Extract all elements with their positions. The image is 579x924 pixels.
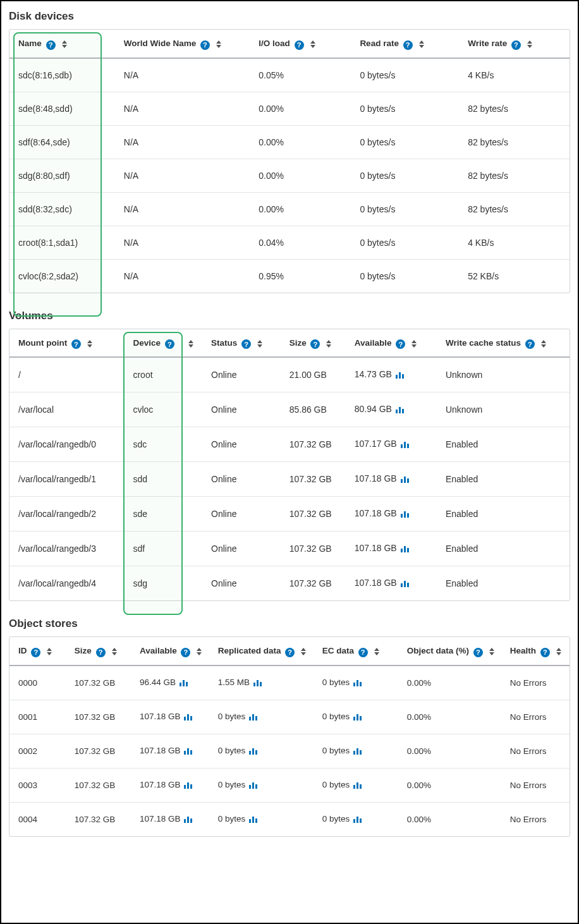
vol-wcache: Enabled	[439, 427, 570, 462]
help-icon[interactable]: ?	[473, 648, 483, 657]
col-wwn[interactable]: World Wide Name ?	[118, 30, 252, 58]
col-device[interactable]: Device ?	[126, 329, 205, 358]
bar-chart-icon[interactable]	[401, 545, 410, 552]
help-icon[interactable]: ?	[71, 339, 81, 349]
bar-chart-icon[interactable]	[396, 406, 405, 413]
bar-chart-icon[interactable]	[353, 713, 363, 720]
bar-chart-icon[interactable]	[249, 815, 259, 823]
col-wwn-label: World Wide Name	[124, 39, 196, 48]
bar-chart-icon[interactable]	[184, 781, 193, 789]
help-icon[interactable]: ?	[46, 40, 56, 50]
col-write[interactable]: Write rate ?	[461, 30, 570, 58]
col-health[interactable]: Health ?	[504, 637, 570, 666]
volumes-title: Volumes	[9, 310, 570, 322]
bar-chart-icon[interactable]	[249, 713, 259, 720]
bar-chart-icon[interactable]	[401, 580, 410, 587]
sort-icon[interactable]	[419, 40, 424, 48]
help-icon[interactable]: ?	[31, 648, 40, 657]
help-icon[interactable]: ?	[310, 339, 320, 349]
sort-icon[interactable]	[326, 340, 331, 348]
bar-chart-icon[interactable]	[353, 679, 363, 686]
bar-chart-icon[interactable]	[401, 475, 410, 483]
obj-obj: 0.00%	[401, 734, 504, 768]
bar-chart-icon[interactable]	[401, 441, 410, 448]
bar-chart-icon[interactable]	[401, 510, 410, 518]
help-icon[interactable]: ?	[295, 40, 304, 50]
vol-device: sdd	[126, 462, 205, 497]
bar-chart-icon[interactable]	[184, 713, 193, 720]
col-mount[interactable]: Mount point ?	[9, 329, 126, 358]
sort-icon[interactable]	[47, 648, 52, 655]
svg-rect-28	[357, 680, 358, 686]
col-repl[interactable]: Replicated data ?	[212, 637, 316, 666]
sort-icon[interactable]	[541, 340, 546, 348]
disk-read: 0 bytes/s	[353, 192, 461, 226]
sort-icon[interactable]	[374, 648, 379, 655]
bar-chart-icon[interactable]	[184, 747, 193, 755]
obj-ec: 0 bytes	[316, 802, 401, 836]
col-status[interactable]: Status ?	[205, 329, 283, 358]
help-icon[interactable]: ?	[200, 40, 210, 50]
col-wcache[interactable]: Write cache status ?	[439, 329, 570, 358]
disk-io: 0.00%	[252, 125, 353, 159]
sort-icon[interactable]	[112, 648, 117, 655]
sort-icon[interactable]	[197, 648, 202, 655]
sort-icon[interactable]	[310, 40, 315, 48]
col-size[interactable]: Size ?	[68, 637, 133, 666]
help-icon[interactable]: ?	[241, 339, 251, 349]
obj-health: No Errors	[504, 768, 570, 802]
vol-status: Online	[205, 392, 283, 427]
vol-mount: /var/local/rangedb/1	[9, 462, 126, 497]
sort-icon[interactable]	[87, 340, 92, 348]
sort-icon[interactable]	[556, 648, 561, 655]
disk-write: 4 KB/s	[461, 226, 570, 259]
col-obj[interactable]: Object data (%) ?	[401, 637, 504, 666]
help-icon[interactable]: ?	[525, 339, 535, 349]
disk-wwn: N/A	[118, 125, 252, 159]
sort-icon[interactable]	[257, 340, 262, 348]
col-size[interactable]: Size ?	[283, 329, 348, 358]
object-stores-panel: ID ? Size ? Available ? Replicated data …	[9, 636, 570, 837]
bar-chart-icon[interactable]	[353, 815, 363, 823]
sort-icon[interactable]	[301, 648, 306, 655]
help-icon[interactable]: ?	[96, 648, 106, 657]
help-icon[interactable]: ?	[540, 648, 550, 657]
col-name[interactable]: Name ?	[9, 30, 118, 58]
svg-rect-29	[360, 682, 362, 686]
col-avail[interactable]: Available ?	[133, 637, 212, 666]
help-icon[interactable]: ?	[181, 648, 190, 657]
bar-chart-icon[interactable]	[353, 747, 363, 755]
col-id[interactable]: ID ?	[9, 637, 68, 666]
help-icon[interactable]: ?	[511, 40, 521, 50]
sort-icon[interactable]	[411, 340, 417, 348]
col-io[interactable]: I/O load ?	[252, 30, 353, 58]
bar-chart-icon[interactable]	[249, 747, 259, 755]
bar-chart-icon[interactable]	[180, 679, 189, 686]
col-avail[interactable]: Available ?	[348, 329, 439, 358]
vol-mount: /var/local	[9, 392, 126, 427]
table-row: 0003107.32 GB107.18 GB0 bytes0 bytes0.00…	[9, 768, 570, 802]
disk-write: 4 KB/s	[461, 58, 570, 92]
help-icon[interactable]: ?	[165, 339, 174, 349]
sort-icon[interactable]	[489, 648, 494, 655]
bar-chart-icon[interactable]	[396, 371, 405, 379]
vol-status: Online	[205, 462, 283, 497]
help-icon[interactable]: ?	[358, 648, 368, 657]
sort-icon[interactable]	[216, 40, 221, 48]
vol-wcache: Enabled	[439, 462, 570, 497]
vol-wcache: Enabled	[439, 566, 570, 601]
sort-icon[interactable]	[188, 340, 193, 348]
bar-chart-icon[interactable]	[249, 781, 259, 789]
svg-rect-6	[401, 444, 403, 448]
bar-chart-icon[interactable]	[253, 679, 263, 686]
help-icon[interactable]: ?	[396, 339, 405, 349]
help-icon[interactable]: ?	[403, 40, 413, 50]
col-read[interactable]: Read rate ?	[353, 30, 461, 58]
sort-icon[interactable]	[527, 40, 532, 48]
sort-icon[interactable]	[62, 40, 67, 48]
help-icon[interactable]: ?	[285, 648, 295, 657]
col-read-label: Read rate	[360, 39, 399, 48]
bar-chart-icon[interactable]	[353, 781, 363, 789]
col-ec[interactable]: EC data ?	[316, 637, 401, 666]
bar-chart-icon[interactable]	[184, 815, 193, 823]
